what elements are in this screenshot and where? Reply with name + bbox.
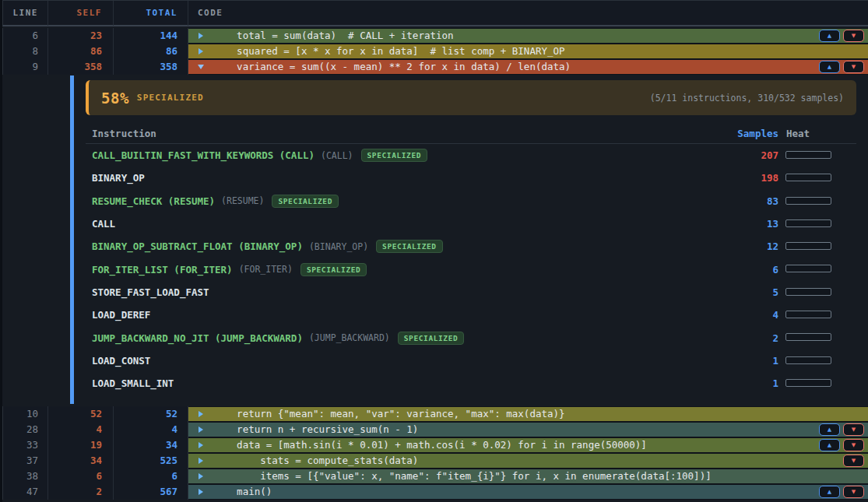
code-cell: squared = [x * x for x in data] # list c… [188, 44, 868, 59]
instruction-samples: 1 [623, 355, 778, 367]
code-text: squared = [x * x for x in data] # list c… [213, 44, 565, 58]
code-text: return n + recursive_sum(n - 1) [213, 423, 418, 437]
instruction-samples: 207 [623, 149, 778, 161]
specialized-badge: SPECIALIZED [361, 149, 428, 162]
panel-left-accent-bar [70, 75, 74, 404]
instruction-samples: 83 [623, 195, 778, 207]
heat-bar [785, 379, 831, 387]
code-line[interactable]: return {"mean": mean, "var": variance, "… [188, 407, 868, 421]
instruction-name: CALL [92, 218, 115, 230]
expander-triangle-icon [198, 65, 204, 69]
line-number: 9 [3, 59, 48, 75]
jump-up-button[interactable]: ▲ [819, 439, 840, 451]
code-line[interactable]: squared = [x * x for x in data] # list c… [188, 44, 868, 58]
code-cell: main() ▲ ▼ [188, 484, 868, 500]
instruction-row: LOAD_DEREF 4 [86, 304, 856, 326]
code-rows-top: 6 23 144 total = sum(data) # CALL + iter… [2, 28, 868, 75]
self-samples: 4 [48, 422, 114, 437]
line-number: 6 [3, 28, 48, 44]
code-line[interactable]: total = sum(data) # CALL + iteration ▲ ▼ [188, 29, 868, 43]
jump-down-button[interactable]: ▼ [843, 423, 864, 436]
self-samples: 2 [48, 484, 114, 500]
code-row: 37 34 525 stats = compute_stats(data) ▲ … [2, 453, 868, 469]
expander-triangle-icon [199, 33, 203, 39]
code-text: main() [213, 485, 272, 499]
instruction-samples: 198 [623, 172, 778, 184]
jump-down-button[interactable]: ▼ [843, 61, 864, 73]
expander[interactable] [188, 411, 213, 417]
heat-bar [785, 219, 831, 227]
row-nav-buttons: ▲ ▼ [819, 61, 864, 73]
jump-down-button[interactable]: ▼ [843, 455, 864, 467]
expander-triangle-icon [199, 411, 203, 417]
expander-triangle-icon [199, 48, 203, 54]
code-rows-bottom: 10 52 52 return {"mean": mean, "var": va… [2, 406, 868, 500]
profiler-app: LINE SELF TOTAL CODE 6 23 144 total = su… [0, 0, 868, 502]
total-samples: 52 [114, 406, 188, 422]
jump-up-button[interactable]: ▲ [819, 486, 840, 498]
instruction-name: STORE_FAST_LOAD_FAST [92, 286, 209, 298]
self-samples: 34 [48, 453, 114, 469]
code-cell: total = sum(data) # CALL + iteration ▲ ▼ [188, 28, 868, 44]
line-number: 33 [3, 437, 48, 453]
instruction-name: RESUME_CHECK (RESUME) [92, 195, 215, 207]
expander[interactable] [188, 442, 213, 448]
expander[interactable] [188, 458, 213, 464]
code-text: return {"mean": mean, "var": variance, "… [213, 407, 565, 421]
instruction-row: LOAD_SMALL_INT 1 [86, 372, 856, 395]
code-line[interactable]: main() ▲ ▼ [188, 485, 868, 499]
instruction-row: CALL 13 [86, 212, 856, 235]
code-line[interactable]: stats = compute_stats(data) ▲ ▼ [188, 454, 868, 468]
specialized-percent: 58% [101, 90, 129, 107]
expander-triangle-icon [199, 442, 203, 448]
row-nav-buttons: ▲ ▼ [819, 455, 864, 467]
total-samples: 34 [114, 437, 188, 453]
code-cell: items = [{"value": x, "name": f"item_{i}… [188, 469, 868, 484]
code-row: 10 52 52 return {"mean": mean, "var": va… [2, 406, 868, 422]
column-header-self: SELF [48, 1, 114, 26]
instruction-row: CALL_BUILTIN_FAST_WITH_KEYWORDS (CALL) (… [86, 144, 856, 167]
expander[interactable] [188, 48, 213, 54]
jump-up-button[interactable]: ▲ [819, 423, 840, 436]
expander[interactable] [188, 427, 213, 433]
jump-down-button[interactable]: ▼ [843, 486, 864, 498]
expander-triangle-icon [199, 458, 203, 464]
instruction-row: JUMP_BACKWARD_NO_JIT (JUMP_BACKWARD) (JU… [86, 326, 856, 349]
instruction-table-header: Instruction Samples Heat [86, 126, 856, 144]
heat-bar [785, 333, 831, 341]
code-cell: stats = compute_stats(data) ▲ ▼ [188, 453, 868, 469]
code-line[interactable]: variance = sum((x - mean) ** 2 for x in … [188, 60, 868, 74]
heat-bar [785, 151, 831, 159]
code-row: 33 19 34 data = [math.sin(i * 0.01) + ma… [2, 437, 868, 453]
self-samples: 6 [48, 469, 114, 484]
instruction-name: LOAD_SMALL_INT [92, 377, 174, 389]
expander[interactable] [188, 65, 213, 69]
column-header-samples: Samples [623, 128, 778, 139]
code-text: stats = compute_stats(data) [213, 454, 418, 468]
panel-body: 58% SPECIALIZED (5/11 instructions, 310/… [86, 75, 856, 395]
expander[interactable] [188, 473, 213, 479]
code-row: 38 6 6 items = [{"value": x, "name": f"i… [2, 469, 868, 484]
line-number: 10 [3, 406, 48, 422]
row-nav-buttons: ▲ ▼ [819, 439, 864, 451]
jump-down-button[interactable]: ▼ [843, 30, 864, 42]
heat-bar [785, 311, 831, 318]
jump-up-button[interactable]: ▲ [819, 30, 840, 42]
code-row: 9 358 358 variance = sum((x - mean) ** 2… [2, 59, 868, 75]
code-line[interactable]: return n + recursive_sum(n - 1) ▲ ▼ [188, 423, 868, 437]
row-nav-buttons: ▲ ▼ [819, 423, 864, 436]
jump-down-button[interactable]: ▼ [843, 439, 864, 451]
expander[interactable] [188, 33, 213, 39]
row-nav-buttons: ▲ ▼ [819, 486, 864, 498]
expander-triangle-icon [199, 427, 203, 433]
expander[interactable] [188, 489, 213, 495]
code-line[interactable]: data = [math.sin(i * 0.01) + math.cos(i … [188, 438, 868, 452]
instruction-row: RESUME_CHECK (RESUME) (RESUME) SPECIALIZ… [86, 190, 856, 212]
column-header-heat: Heat [786, 128, 810, 139]
code-line[interactable]: items = [{"value": x, "name": f"item_{i}… [188, 469, 868, 483]
jump-up-button[interactable]: ▲ [819, 61, 840, 73]
line-number: 37 [3, 453, 48, 469]
code-cell: data = [math.sin(i * 0.01) + math.cos(i … [188, 437, 868, 453]
code-text: data = [math.sin(i * 0.01) + math.cos(i … [213, 438, 647, 452]
heat-bar [785, 174, 831, 181]
